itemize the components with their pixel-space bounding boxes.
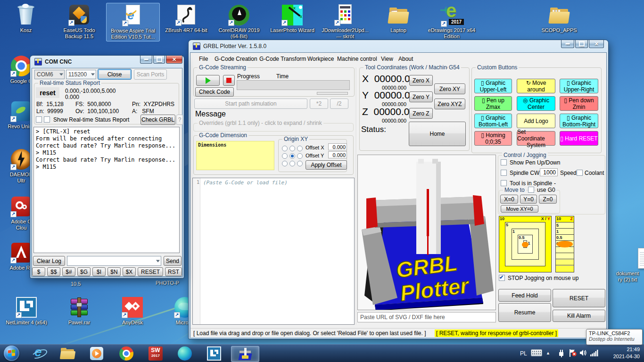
custom-graphic-bottom-right[interactable]: ▯ GraphicBottom-Right [560,114,598,128]
menu-gcode-transform[interactable]: G-Code Transform [259,56,306,62]
origin-radio-3[interactable] [297,146,303,151]
help-button[interactable]: ? [176,115,183,125]
stop-jogging-checkbox[interactable] [499,275,505,281]
network-icon[interactable] [590,350,599,358]
desktop-icon-scopo[interactable]: SCOPO_APPS [533,4,586,33]
custom-pen-down[interactable]: ▯ Pen downZmin [560,96,598,111]
custom-graphic-center[interactable]: ◎ GraphicCenter [517,96,555,111]
apply-offset-button[interactable]: Apply Offset [305,160,347,170]
stream-start-button[interactable] [196,75,220,86]
zero-y-button[interactable]: Zero Y [409,91,433,102]
send-button[interactable]: Send [164,256,182,266]
desktop-icon-aspire[interactable]: e Browse Aspire TrialEdition V10.5 Tut..… [106,3,160,41]
minimize-button[interactable] [140,56,152,64]
desktop-icon-easeus[interactable]: EaseUS TodoBackup 11.5 [53,4,106,40]
com-port-select[interactable]: COM6 [34,70,65,79]
minimize-button[interactable] [561,40,574,48]
jog-z-handle[interactable] [557,241,573,247]
origin-radio-4[interactable] [282,153,288,159]
taskbar-ie-button[interactable]: e [26,346,51,361]
maximize-button[interactable] [575,40,588,48]
check-code-button[interactable]: Check Code [195,87,234,97]
sim-speed-x2-button[interactable]: *2 [310,99,328,109]
origin-radio-2[interactable] [289,146,295,151]
jog-z-pad[interactable]: 10 Z 5 1 0.5 0.1 [555,216,574,272]
home-button[interactable]: Home [409,122,466,146]
custom-graphic-upper-left[interactable]: ▯ GraphicUpper-Left [474,79,512,93]
move-xy0-button[interactable]: Move XY=0 [501,205,538,213]
safely-remove-icon[interactable] [557,349,565,359]
cmd-g-button[interactable]: $G [77,267,91,276]
status-report-checkbox-1[interactable] [36,116,42,123]
taskbar-edge-button[interactable] [173,346,197,361]
menu-file[interactable]: File [199,56,208,62]
menu-machine-control[interactable]: Machine control [337,56,377,62]
start-path-simulation-button[interactable]: Start path simulation [194,99,307,109]
tool-in-spindle-checkbox[interactable] [501,180,507,186]
language-indicator[interactable]: PL [520,350,527,357]
taskbar-netlimiter-button[interactable] [202,346,226,361]
cmd-dollar-button[interactable]: $ [32,267,45,276]
zero-z-button[interactable]: Zero Z [409,108,433,119]
show-pen-updown-checkbox[interactable] [501,159,507,165]
desktop-icon-kosz[interactable]: Kosz [0,4,52,33]
menu-view[interactable]: View [381,56,393,62]
action-center-icon[interactable] [568,349,578,359]
desktop-icon-anydesk[interactable]: AnyDesk [106,296,159,326]
move-x0-button[interactable]: X=0 [500,195,518,204]
taskbar-wmp-button[interactable] [85,346,109,361]
custom-graphic-upper-right[interactable]: ▯ GraphicUpper-Right [560,79,598,93]
overrides-group[interactable]: Overrides (grbl 1.1 only) - click to exp… [193,123,354,132]
custom-homing[interactable]: ▯ Homing0;0;35 [474,131,512,146]
desktop-icon-zbrush[interactable]: ZBrush 4R7 64-bit [160,4,213,33]
spindle-cw-checkbox[interactable] [501,170,507,176]
feed-hold-button[interactable]: Feed Hold [498,289,551,302]
taskbar-solidworks-button[interactable]: SW 2017 [143,346,168,361]
sim-speed-half-button[interactable]: /2 [330,99,348,109]
origin-radio-1[interactable] [282,146,288,151]
cmd-i-button[interactable]: $I [92,267,106,276]
custom-set-coordinate-system[interactable]: Set CoordinateSystem [517,131,555,146]
taskbar-chrome-button[interactable] [114,346,139,361]
cmd-rst-button[interactable]: RST [165,267,182,276]
taskbar-grbl-button[interactable] [231,346,259,362]
grbl-title-bar[interactable]: GRBL Plotter Ver. 1.5.8.0 ✕ [189,40,608,52]
command-combo[interactable] [67,256,161,266]
spindle-speed-input[interactable]: 1000 [540,168,558,176]
desktop-icon-jdownloader[interactable]: JDownloader2Upd...— skrót [319,4,372,40]
close-button[interactable]: ✕ [166,56,182,64]
custom-graphic-bottom-left[interactable]: ▯ GraphicBottom-Left [474,114,512,128]
menu-about[interactable]: About [398,56,413,62]
kill-alarm-button[interactable]: Kill Alarm [553,310,605,322]
baud-rate-select[interactable]: 115200 [66,70,96,79]
reset-button[interactable]: RESET [553,289,605,307]
origin-radio-9[interactable] [297,161,303,166]
zero-xyz-button[interactable]: Zero XYZ [434,99,465,109]
desktop-icon-edrawings[interactable]: e 2017 eDrawings 2017 x64Edition [425,4,478,40]
show-hidden-icons-button[interactable]: ▲ [546,351,550,355]
zero-xy-button[interactable]: Zero XY [434,83,465,94]
desktop-icon-coreldraw[interactable]: CorelDRAW 2019(64-Bit) [213,4,265,40]
resume-button[interactable]: Resume [498,303,551,322]
desktop-icon-laptop[interactable]: Laptop [372,4,425,33]
cmd-dollars-button[interactable]: $$ [47,267,60,276]
start-button[interactable] [4,346,19,361]
origin-radio-6[interactable] [297,153,303,159]
clear-log-button[interactable]: Clear Log [33,256,65,266]
menu-gcode-creation[interactable]: G-Code Creation [215,56,257,62]
serial-log[interactable]: > [CTRL-X] reset Form will be reduced af… [33,127,180,253]
scan-ports-button[interactable]: Scan Ports [134,69,167,80]
close-port-button[interactable]: Close [98,69,132,80]
cmd-hash-button[interactable]: $# [62,267,75,276]
cmd-n-button[interactable]: $N [107,267,121,276]
gcode-editor[interactable]: 1 (Paste G-Code or load file) [192,178,355,325]
move-z0-button[interactable]: Z=0 [539,195,557,204]
cmd-reset-button[interactable]: RESET [138,267,163,276]
desktop-icon-rar[interactable]: Pawel.rar [53,296,106,326]
custom-add-logo[interactable]: Add Logo [517,114,555,128]
menu-workpiece[interactable]: Workpiece [307,56,334,62]
taskbar-explorer-button[interactable] [56,346,80,361]
use-g0-checkbox[interactable] [528,187,534,193]
offset-y-input[interactable]: 0.000 [328,151,347,158]
move-y0-button[interactable]: Y=0 [520,195,537,204]
